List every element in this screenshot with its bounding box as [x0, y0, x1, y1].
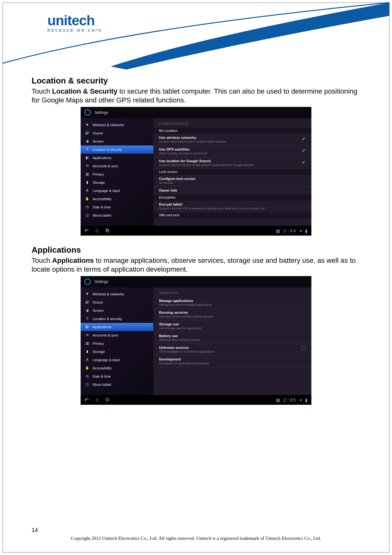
storage-icon: ▮	[85, 180, 89, 185]
language-icon: A	[85, 358, 89, 362]
row-use-gps-satellites[interactable]: Use GPS satellitesWhen locating, accurat…	[153, 145, 311, 157]
sidebar-item-privacy[interactable]: ▥Privacy	[81, 339, 153, 348]
clock-time: 2:05	[283, 398, 297, 403]
row-unknown-sources[interactable]: Unknown sourcesAllow installation of non…	[153, 344, 311, 355]
wifi-status-icon: ▾	[300, 228, 302, 233]
sidebar-item-sound[interactable]: 🔊Sound	[81, 129, 153, 137]
section-loc-body: Touch Location & Security to secure this…	[32, 87, 360, 104]
screenshot-titlebar: Settings	[81, 276, 311, 287]
clock-time: 2:04	[283, 228, 297, 233]
sidebar-item-screen[interactable]: ◑Screen	[81, 137, 153, 145]
sidebar-item-date-time[interactable]: ◷Date & time	[81, 372, 153, 380]
sidebar-item-accounts-sync[interactable]: ↻Accounts & sync	[81, 331, 153, 339]
sidebar-item-language-input[interactable]: ALanguage & input	[81, 187, 153, 195]
settings-sidebar: ▼Wireless & networks 🔊Sound ◑Screen ⠿Loc…	[81, 118, 153, 226]
sync-icon: ↻	[85, 164, 89, 168]
sidebar-item-sound[interactable]: 🔊Sound	[81, 298, 153, 306]
checkbox-icon[interactable]	[302, 346, 306, 350]
sidebar-item-applications[interactable]: ◧Applications	[81, 154, 153, 162]
row-running-services[interactable]: Running servicesView and control current…	[153, 309, 311, 320]
sidebar-item-about-tablet[interactable]: ⓘAbout tablet	[81, 211, 153, 219]
row-storage-use[interactable]: Storage useView storage used by applicat…	[153, 320, 311, 332]
check-icon: ✔	[302, 148, 306, 152]
logo-brand: unitech	[47, 13, 102, 28]
sound-icon: 🔊	[85, 131, 89, 135]
info-icon: ⓘ	[85, 382, 89, 387]
sidebar-item-wireless[interactable]: ▼Wireless & networks	[81, 290, 153, 298]
recent-apps-icon[interactable]: ⧉	[106, 228, 109, 234]
group-lock-screen: Lock screen	[153, 169, 311, 175]
accessibility-icon: ✋	[85, 197, 89, 201]
info-icon: ⓘ	[85, 213, 89, 218]
row-use-wireless-networks[interactable]: Use wireless networksLocation determined…	[153, 134, 311, 145]
sidebar-item-storage[interactable]: ▮Storage	[81, 348, 153, 356]
content-area: Location & security Touch Location & Sec…	[32, 76, 360, 414]
clock-icon: ◷	[85, 205, 89, 209]
logo: unitech because we care	[47, 13, 102, 33]
section-loc-title: Location & security	[32, 76, 360, 86]
screenshot-applications: Settings ▼Wireless & networks 🔊Sound ◑Sc…	[81, 276, 311, 405]
apps-icon: ◧	[85, 156, 89, 160]
sidebar-item-location-security[interactable]: ⠿Location & security	[81, 145, 153, 154]
panel-title: Location & security	[153, 118, 311, 128]
row-manage-applications[interactable]: Manage applicationsManage and remove ins…	[153, 297, 311, 309]
accessibility-icon: ✋	[85, 366, 89, 370]
settings-sidebar: ▼Wireless & networks 🔊Sound ◑Screen ⠿Loc…	[81, 287, 153, 395]
group-encryption: Encryption	[153, 194, 311, 200]
check-icon: ✔	[302, 160, 306, 163]
section-apps-title: Applications	[32, 245, 360, 255]
settings-label: Settings	[95, 280, 108, 284]
sidebar-item-location-security[interactable]: ⠿Location & security	[81, 315, 153, 323]
row-use-location-google-search[interactable]: Use location for Google SearchLocation u…	[153, 157, 311, 169]
privacy-icon: ▥	[85, 172, 89, 176]
sidebar-item-storage[interactable]: ▮Storage	[81, 178, 153, 187]
check-icon: ✔	[302, 136, 306, 140]
sidebar-item-screen[interactable]: ◑Screen	[81, 306, 153, 315]
back-icon[interactable]: ↶	[84, 397, 89, 403]
home-icon[interactable]: ⌂	[95, 228, 99, 234]
sidebar-item-accessibility[interactable]: ✋Accessibility	[81, 364, 153, 372]
sidebar-item-wireless[interactable]: ▼Wireless & networks	[81, 121, 153, 129]
sidebar-item-about-tablet[interactable]: ⓘAbout tablet	[81, 380, 153, 389]
notification-icon[interactable]: ▦	[276, 228, 280, 233]
sidebar-item-accessibility[interactable]: ✋Accessibility	[81, 195, 153, 203]
section-apps-body: Touch Applications to manage application…	[32, 256, 360, 274]
sidebar-item-date-time[interactable]: ◷Date & time	[81, 203, 153, 211]
settings-gear-icon	[84, 279, 91, 285]
group-sim-card-lock: SIM card lock	[153, 212, 311, 218]
logo-tagline: because we care	[47, 27, 102, 33]
row-development[interactable]: DevelopmentSet options for application d…	[153, 355, 311, 367]
recent-apps-icon[interactable]: ⧉	[106, 397, 109, 403]
sound-icon: 🔊	[85, 300, 89, 305]
copyright-footer: Copyright 2012 Unitech Electronics Co., …	[0, 536, 392, 541]
settings-gear-icon	[84, 109, 91, 116]
settings-label: Settings	[95, 110, 108, 115]
screenshot-location-security: Settings ▼Wireless & networks 🔊Sound ◑Sc…	[81, 107, 311, 236]
panel-title: Applications	[153, 287, 311, 297]
storage-icon: ▮	[85, 349, 89, 354]
row-battery-use[interactable]: Battery useWhat has been using the batte…	[153, 332, 311, 344]
battery-icon: ▮	[305, 228, 308, 233]
location-icon: ⠿	[85, 317, 89, 321]
screenshot-titlebar: Settings	[81, 107, 311, 118]
sidebar-item-applications[interactable]: ◧Applications	[81, 323, 153, 331]
row-owner-info[interactable]: Owner info	[153, 187, 311, 194]
sidebar-item-language-input[interactable]: ALanguage & input	[81, 356, 153, 364]
wifi-status-icon: ▾	[300, 398, 302, 403]
privacy-icon: ▥	[85, 341, 89, 346]
screen-icon: ◑	[85, 139, 89, 144]
sync-icon: ↻	[85, 333, 89, 337]
battery-icon: ▮	[305, 398, 308, 403]
row-encrypt-tablet[interactable]: Encrypt tabletRequire a numeric PIN or p…	[153, 200, 311, 212]
system-navbar: ↶ ⌂ ⧉ ▦ 2:04 ▾ ▮	[81, 226, 311, 236]
notification-icon[interactable]: ▦	[276, 398, 280, 403]
settings-panel: Applications Manage applicationsManage a…	[153, 287, 311, 395]
back-icon[interactable]: ↶	[84, 228, 89, 234]
group-my-location: My Location	[153, 128, 311, 134]
sidebar-item-privacy[interactable]: ▥Privacy	[81, 170, 153, 178]
home-icon[interactable]: ⌂	[95, 397, 99, 403]
row-configure-lock-screen[interactable]: Configure lock screenNo security	[153, 175, 311, 187]
sidebar-item-accounts-sync[interactable]: ↻Accounts & sync	[81, 162, 153, 170]
location-icon: ⠿	[85, 147, 89, 152]
screen-icon: ◑	[85, 308, 89, 313]
